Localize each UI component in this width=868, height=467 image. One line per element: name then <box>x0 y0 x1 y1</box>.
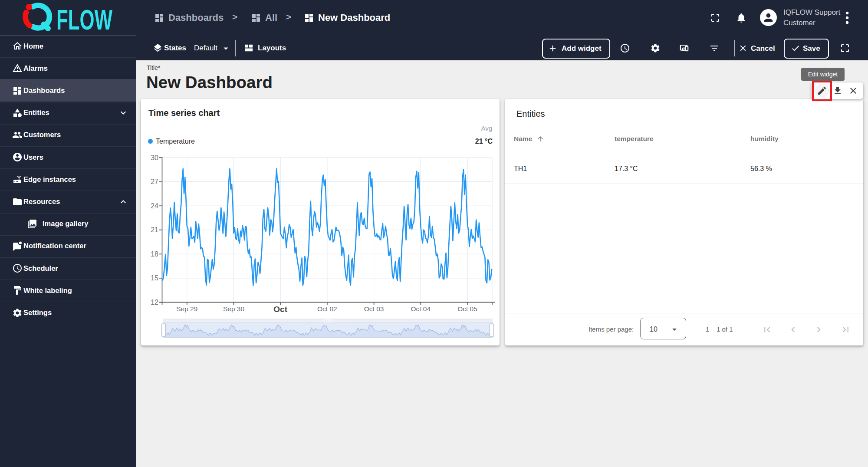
svg-text:Oct 05: Oct 05 <box>457 305 477 312</box>
svg-text:Oct: Oct <box>273 305 287 314</box>
svg-text:15: 15 <box>151 274 158 282</box>
svg-text:12: 12 <box>151 299 158 306</box>
svg-text:Oct 04: Oct 04 <box>411 305 431 312</box>
svg-text:Oct 02: Oct 02 <box>317 305 337 312</box>
svg-text:18: 18 <box>151 250 158 258</box>
svg-text:Sep 29: Sep 29 <box>176 305 197 312</box>
svg-text:27: 27 <box>151 178 158 185</box>
svg-text:Oct 03: Oct 03 <box>364 305 384 312</box>
svg-text:24: 24 <box>151 202 158 210</box>
svg-text:Sep 30: Sep 30 <box>223 305 245 312</box>
svg-text:21: 21 <box>151 226 158 234</box>
svg-text:30: 30 <box>151 154 158 161</box>
